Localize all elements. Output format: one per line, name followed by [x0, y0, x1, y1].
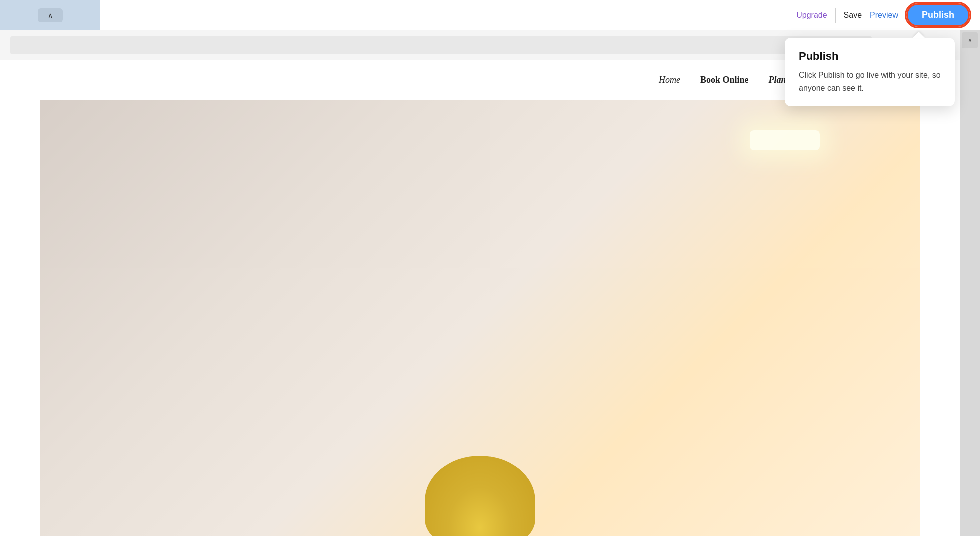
hero-hair: [425, 456, 535, 536]
nav-home[interactable]: Home: [659, 75, 680, 85]
scroll-up-arrow[interactable]: ∧: [962, 32, 978, 48]
top-toolbar: ∧ Upgrade Save Preview Publish: [0, 0, 980, 30]
collapse-button[interactable]: ∧: [38, 8, 63, 22]
tooltip-title: Publish: [799, 50, 941, 63]
right-scrollbar[interactable]: ∧: [960, 30, 980, 536]
tooltip-arrow: [913, 32, 925, 38]
toolbar-divider: [835, 8, 836, 23]
upgrade-button[interactable]: Upgrade: [796, 11, 827, 20]
hero-person: [400, 336, 560, 536]
save-button[interactable]: Save: [844, 11, 862, 20]
chevron-up-icon: ∧: [48, 11, 53, 19]
nav-book-online[interactable]: Book Online: [700, 75, 749, 85]
tooltip-body: Click Publish to go live with your site,…: [799, 69, 941, 94]
arrow-up-icon: ∧: [968, 37, 972, 44]
site-preview: Home Book Online Plans & Pricing Contact…: [0, 60, 960, 536]
ceiling-light: [750, 130, 820, 150]
toolbar-left-panel: ∧: [0, 0, 100, 30]
site-hero: [40, 100, 920, 536]
toolbar-right-actions: Upgrade Save Preview Publish: [796, 3, 970, 27]
toolbar-content-bar: [10, 36, 872, 54]
preview-button[interactable]: Preview: [870, 11, 898, 20]
publish-tooltip: Publish Click Publish to go live with yo…: [785, 38, 955, 106]
canvas-area: Home Book Online Plans & Pricing Contact…: [0, 60, 960, 536]
publish-button[interactable]: Publish: [906, 3, 970, 27]
